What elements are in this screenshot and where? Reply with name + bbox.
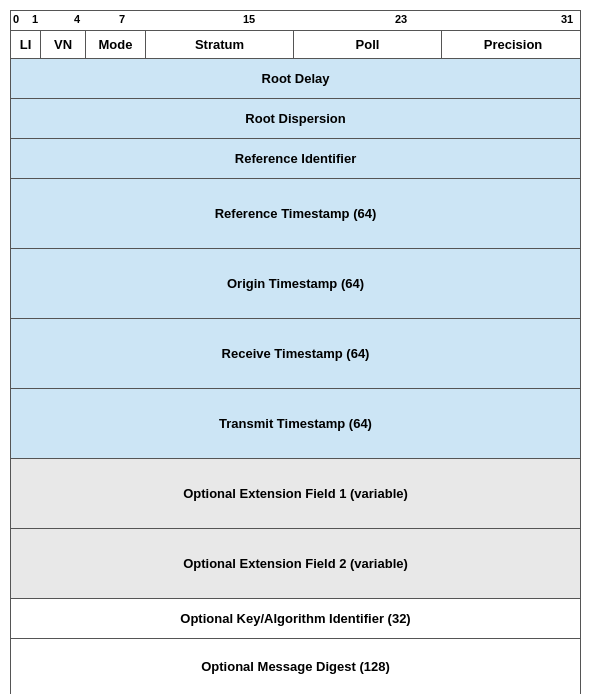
data-row: Transmit Timestamp (64) — [11, 389, 580, 459]
ntp-packet-diagram: 0147152331 LIVNModeStratumPollPrecision … — [10, 10, 581, 694]
data-row: Root Dispersion — [11, 99, 580, 139]
bit-ruler: 0147152331 — [11, 11, 580, 31]
bit-label: 31 — [561, 13, 573, 25]
header-cell-poll: Poll — [294, 31, 442, 58]
data-row: Reference Identifier — [11, 139, 580, 179]
header-row: LIVNModeStratumPollPrecision — [11, 31, 580, 59]
header-cell-mode: Mode — [86, 31, 146, 58]
bit-label: 4 — [74, 13, 80, 25]
bit-label: 15 — [243, 13, 255, 25]
data-row: Optional Key/Algorithm Identifier (32) — [11, 599, 580, 639]
header-cell-precision: Precision — [442, 31, 584, 58]
bit-label: 0 — [13, 13, 19, 25]
header-cell-vn: VN — [41, 31, 86, 58]
data-row: Reference Timestamp (64) — [11, 179, 580, 249]
data-row: Root Delay — [11, 59, 580, 99]
data-row: Optional Extension Field 2 (variable) — [11, 529, 580, 599]
data-row: Receive Timestamp (64) — [11, 319, 580, 389]
data-row: Optional Extension Field 1 (variable) — [11, 459, 580, 529]
data-row: Optional Message Digest (128) — [11, 639, 580, 694]
header-cell-li: LI — [11, 31, 41, 58]
bit-label: 23 — [395, 13, 407, 25]
data-rows: Root DelayRoot DispersionReference Ident… — [11, 59, 580, 694]
header-cell-stratum: Stratum — [146, 31, 294, 58]
data-row: Origin Timestamp (64) — [11, 249, 580, 319]
bit-label: 7 — [119, 13, 125, 25]
bit-label: 1 — [32, 13, 38, 25]
